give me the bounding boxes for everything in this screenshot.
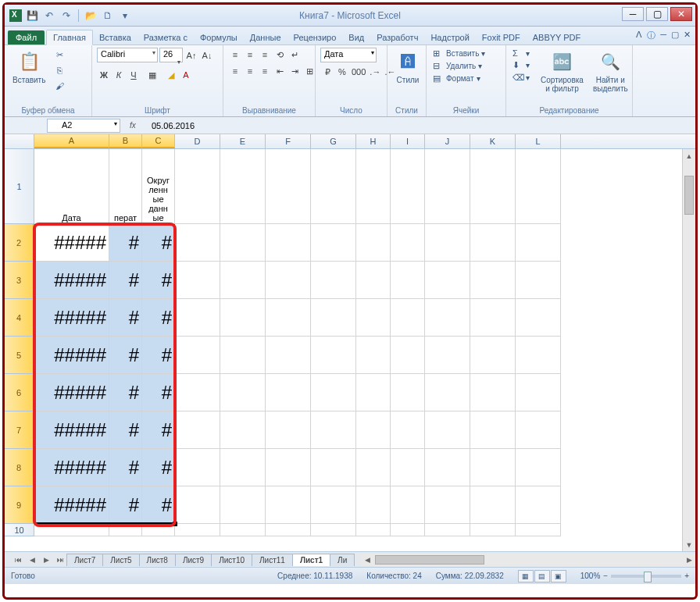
row-header[interactable]: 4 [5,299,34,337]
cell[interactable] [391,262,425,299]
currency-icon[interactable]: ₽ [320,65,334,79]
delete-cells-button[interactable]: ⊟Удалить ▾ [431,60,487,72]
column-header[interactable]: F [266,134,311,148]
cell[interactable] [311,524,356,536]
cell[interactable] [425,486,470,524]
cell[interactable] [220,374,266,411]
qat-customize-icon[interactable]: ▾ [118,9,132,23]
cell[interactable] [220,411,266,449]
vertical-scrollbar[interactable]: ▲ ▼ [682,149,695,551]
scroll-left-icon[interactable]: ◀ [361,556,373,564]
scroll-thumb[interactable] [684,176,694,215]
tab-prev-icon[interactable]: ◀ [25,556,39,564]
view-normal-icon[interactable]: ▦ [518,570,534,582]
scroll-up-icon[interactable]: ▲ [683,149,695,162]
cell[interactable] [266,486,311,524]
italic-button[interactable]: К [112,68,126,82]
cell[interactable]: ##### [34,486,109,524]
cell[interactable] [391,411,425,449]
cell[interactable] [425,524,470,536]
doc-close-icon[interactable]: ✕ [684,30,691,41]
cell[interactable] [425,149,470,224]
doc-restore-icon[interactable]: ▢ [671,30,679,41]
cell[interactable] [220,524,266,536]
tab-view[interactable]: Вид [342,30,370,45]
view-break-icon[interactable]: ▣ [551,570,566,582]
cell[interactable] [470,411,516,449]
underline-button[interactable]: Ч [127,68,141,82]
cell[interactable] [391,374,425,411]
cell[interactable]: # [109,411,142,449]
paste-button[interactable]: 📋 Вставить [9,48,48,86]
shrink-font-icon[interactable]: A↓ [200,48,214,62]
cell[interactable]: # [109,337,142,374]
cell[interactable] [175,449,220,486]
align-middle-icon[interactable]: ≡ [243,48,257,62]
fill-color-icon[interactable]: ◢ [164,68,178,82]
cell[interactable] [266,262,311,299]
align-left-icon[interactable]: ≡ [228,64,242,78]
copy-icon[interactable]: ⎘ [52,63,67,77]
column-header[interactable]: E [220,134,266,148]
tab-insert[interactable]: Вставка [93,30,138,45]
wrap-text-icon[interactable]: ↵ [288,48,302,62]
cell[interactable] [516,299,561,337]
cell[interactable] [220,486,266,524]
scroll-down-icon[interactable]: ▼ [683,538,695,551]
cell[interactable] [425,224,470,262]
sheet-tab[interactable]: Лист10 [211,554,252,566]
column-header[interactable]: J [425,134,470,148]
cell[interactable] [175,374,220,411]
orientation-icon[interactable]: ⟲ [273,48,287,62]
autosum-button[interactable]: Σ▾ [511,48,531,59]
cell[interactable] [391,337,425,374]
clear-button[interactable]: ⌫▾ [511,72,531,84]
name-box[interactable]: A2 [47,119,120,133]
cell[interactable] [516,149,561,224]
cell[interactable] [425,262,470,299]
qat-new-icon[interactable]: 🗋 [101,9,115,23]
row-header[interactable]: 6 [5,374,34,411]
cell[interactable]: # [109,449,142,486]
cell[interactable]: ##### [34,374,109,411]
border-icon[interactable]: ▦ [145,68,159,82]
qat-save-icon[interactable]: 💾 [25,9,39,23]
cell[interactable] [516,524,561,536]
cell[interactable]: # [142,299,175,337]
tab-addins[interactable]: Надстрой [424,30,475,45]
fx-icon[interactable]: fx [130,121,144,130]
align-top-icon[interactable]: ≡ [228,48,242,62]
cell[interactable] [516,449,561,486]
sheet-tab[interactable]: Лист1 [292,554,330,566]
tab-home[interactable]: Главная [46,30,93,45]
zoom-slider[interactable] [611,575,681,578]
cell[interactable]: # [142,411,175,449]
cell[interactable] [175,262,220,299]
row-header[interactable]: 10 [5,524,34,536]
cell[interactable] [391,486,425,524]
cell[interactable]: # [109,374,142,411]
cell[interactable]: # [109,486,142,524]
sheet-tab[interactable]: Лист7 [66,554,103,566]
cell[interactable]: # [142,449,175,486]
find-select-button[interactable]: 🔍 Найти и выделить [590,48,631,94]
help-icon[interactable]: ⓘ [647,30,655,41]
hscroll-thumb[interactable] [375,555,484,565]
tab-layout[interactable]: Разметка с [138,30,194,45]
cell[interactable] [391,149,425,224]
sheet-tab[interactable]: Лист5 [102,554,139,566]
row-header[interactable]: 2 [5,224,34,262]
tab-data[interactable]: Данные [244,30,288,45]
cell[interactable] [391,299,425,337]
select-all-corner[interactable] [5,134,34,148]
cell[interactable] [516,262,561,299]
sheet-tab[interactable]: Лист9 [175,554,212,566]
cell[interactable]: # [142,224,175,262]
cell[interactable] [425,374,470,411]
file-tab[interactable]: Файл [8,30,45,45]
cell[interactable] [391,524,425,536]
column-header[interactable]: G [311,134,356,148]
cell[interactable]: # [109,224,142,262]
cell[interactable] [470,299,516,337]
merge-icon[interactable]: ⊞ [302,64,316,78]
